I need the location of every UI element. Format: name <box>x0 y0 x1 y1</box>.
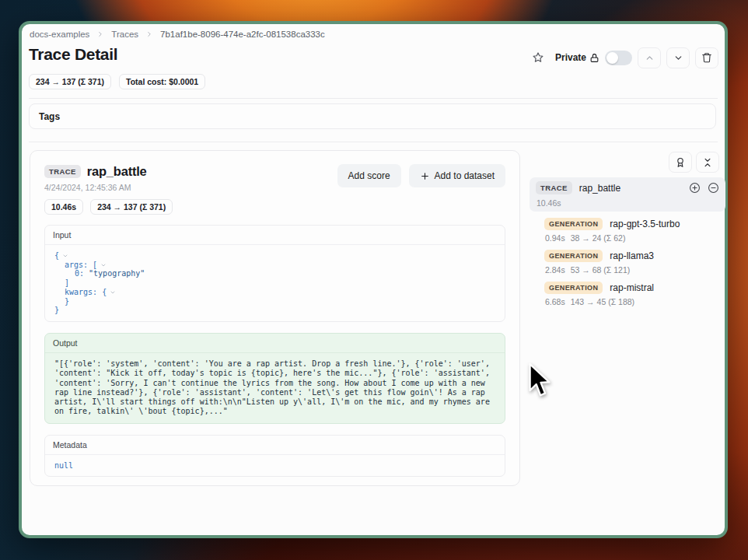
add-to-dataset-button[interactable]: Add to dataset <box>409 164 505 187</box>
chevrons-collapse-icon <box>702 157 713 168</box>
app-window: docs-examples Traces 7b1af1be-8096-474e-… <box>19 21 728 538</box>
collapse-all-button[interactable] <box>696 152 719 173</box>
lock-icon <box>589 53 599 63</box>
tree-trace-name: rap_battle <box>579 183 682 194</box>
generation-list: GENERATION rap-gpt-3.5-turbo 0.94s 38 → … <box>530 218 725 306</box>
award-icon <box>675 157 686 168</box>
json-line[interactable]: } <box>54 306 495 315</box>
plus-icon <box>420 171 430 181</box>
generation-tokens: 53 → 68 (Σ 121) <box>571 265 631 275</box>
json-line[interactable]: args: [ <box>54 261 495 270</box>
generation-name: rap-llama3 <box>610 250 654 261</box>
expand-chevron-icon[interactable] <box>62 253 68 259</box>
generation-item[interactable]: GENERATION rap-llama3 2.84s 53 → 68 (Σ 1… <box>544 250 725 275</box>
chevron-right-icon <box>96 30 104 38</box>
bookmark-star-button[interactable] <box>526 47 550 68</box>
output-label: Output <box>45 334 505 353</box>
tree-trace-latency: 10.46s <box>536 198 719 208</box>
toggle-knob <box>606 52 618 64</box>
trash-icon <box>701 52 712 63</box>
json-line[interactable]: kwargs: { <box>54 288 495 297</box>
token-usage-badge: 234 → 137 (Σ 371) <box>29 74 111 89</box>
divider <box>29 142 718 142</box>
latency-badge: 10.46s <box>44 199 83 215</box>
generation-type-badge: GENERATION <box>544 250 603 262</box>
next-trace-button[interactable] <box>666 47 690 68</box>
json-line[interactable]: 0: "typography" <box>54 269 495 278</box>
trace-name: rap_battle <box>87 164 147 179</box>
chevron-up-icon <box>645 53 655 63</box>
circle-plus-icon[interactable] <box>689 182 701 194</box>
generation-item[interactable]: GENERATION rap-gpt-3.5-turbo 0.94s 38 → … <box>544 218 725 243</box>
desktop-wallpaper: { "breadcrumb": { "project": "docs-examp… <box>0 0 748 560</box>
metadata-label: Metadata <box>45 436 505 455</box>
generation-tokens: 38 → 24 (Σ 62) <box>571 233 626 243</box>
output-section: Output "[{'role': 'system', 'content': '… <box>44 333 505 424</box>
tree-actions <box>669 152 719 173</box>
breadcrumb: docs-examples Traces 7b1af1be-8096-474e-… <box>30 30 325 39</box>
trace-detail-card: TRACE rap_battle 4/24/2024, 12:45:36 AM … <box>30 150 520 486</box>
tags-section[interactable]: Tags <box>29 103 716 129</box>
metadata-section: Metadata null <box>44 435 505 477</box>
input-json-viewer[interactable]: { args: [ 0: "typography" ] <box>45 245 505 321</box>
input-section: Input { args: [ 0: "typography" <box>44 225 505 322</box>
annotate-button[interactable] <box>669 152 692 173</box>
generation-type-badge: GENERATION <box>544 218 603 230</box>
circle-minus-icon[interactable] <box>708 182 719 194</box>
generation-name: rap-gpt-3.5-turbo <box>610 219 680 229</box>
input-label: Input <box>45 226 505 245</box>
tree-trace-item[interactable]: TRACE rap_battle 10.46s <box>530 177 725 212</box>
json-line[interactable]: { <box>54 251 495 261</box>
breadcrumb-section[interactable]: Traces <box>111 30 138 39</box>
page-title: Trace Detail <box>29 45 117 64</box>
privacy-label: Private <box>555 52 586 63</box>
expand-chevron-icon[interactable] <box>110 289 116 296</box>
generation-latency: 0.94s <box>545 233 565 243</box>
observation-tree: TRACE rap_battle 10.46s GENERATION rap-g… <box>530 177 725 313</box>
generation-name: rap-mistral <box>610 282 654 293</box>
generation-tokens: 143 → 45 (Σ 188) <box>571 297 634 306</box>
total-cost-badge: Total cost: $0.0001 <box>119 74 205 89</box>
delete-trace-button[interactable] <box>695 47 718 68</box>
previous-trace-button[interactable] <box>638 47 661 68</box>
add-score-button[interactable]: Add score <box>337 164 401 187</box>
expand-chevron-icon[interactable] <box>100 262 107 268</box>
chevron-right-icon <box>145 30 153 38</box>
trace-timestamp: 4/24/2024, 12:45:36 AM <box>44 183 173 192</box>
privacy-toggle[interactable] <box>605 51 632 65</box>
trace-type-badge: TRACE <box>536 181 572 194</box>
breadcrumb-project[interactable]: docs-examples <box>30 30 89 39</box>
json-line[interactable]: } <box>54 297 495 306</box>
token-usage-badge: 234 → 137 (Σ 371) <box>90 199 173 215</box>
chevron-down-icon <box>673 53 683 63</box>
trace-summary-badges: 234 → 137 (Σ 371) Total cost: $0.0001 <box>29 74 205 89</box>
header-controls: Private <box>526 46 718 69</box>
divider <box>29 98 718 99</box>
trace-type-badge: TRACE <box>44 165 81 178</box>
breadcrumb-trace-id: 7b1af1be-8096-474e-a2fc-081538ca333c <box>160 30 325 39</box>
star-icon <box>532 51 544 64</box>
generation-latency: 6.68s <box>545 297 565 306</box>
generation-type-badge: GENERATION <box>544 282 603 294</box>
json-line[interactable]: ] <box>54 278 495 288</box>
generation-item[interactable]: GENERATION rap-mistral 6.68s 143 → 45 (Σ… <box>544 282 725 306</box>
generation-latency: 2.84s <box>545 265 565 275</box>
output-text: "[{'role': 'system', 'content': 'You are… <box>45 353 505 423</box>
tags-label: Tags <box>39 111 60 122</box>
privacy-label-group: Private <box>555 52 599 63</box>
metadata-value: null <box>45 455 505 476</box>
